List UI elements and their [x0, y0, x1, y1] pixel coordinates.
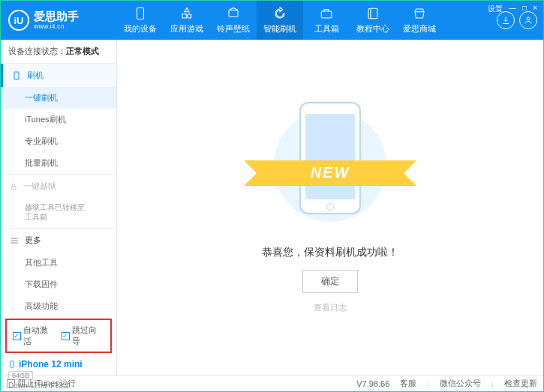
options-checkboxes: ✓ 自动激活 ✓ 跳过向导	[5, 319, 112, 353]
sidebar: 设备连接状态：正常模式 刷机 一键刷机iTunes刷机专业刷机批量刷机 一键越狱…	[1, 40, 117, 375]
sidebar-section-more: 更多 其他工具下载固件高级功能	[1, 229, 116, 317]
sidebar-item-more-0[interactable]: 其他工具	[1, 252, 116, 274]
sidebar-item-flash-2[interactable]: 专业刷机	[1, 130, 116, 152]
logo-icon: iU	[8, 10, 29, 31]
phone-icon	[12, 71, 21, 80]
sidebar-item-more-2[interactable]: 高级功能	[1, 295, 116, 317]
ok-button[interactable]: 确定	[302, 270, 358, 293]
nav-tab-label: 我的设备	[124, 23, 157, 34]
sidebar-head-jailbreak[interactable]: 一键越狱	[1, 175, 116, 198]
nav-tab-2[interactable]: 铃声壁纸	[210, 1, 257, 40]
content-area: 设备连接状态：正常模式 刷机 一键刷机iTunes刷机专业刷机批量刷机 一键越狱…	[1, 40, 543, 375]
book-icon	[366, 7, 380, 20]
device-name[interactable]: iPhone 12 mini	[8, 359, 109, 370]
sidebar-item-flash-1[interactable]: iTunes刷机	[1, 109, 116, 130]
app-name: 爱思助手	[34, 10, 79, 22]
sidebar-section-jailbreak: 一键越狱 越狱工具已转移至 工具箱	[1, 175, 116, 229]
menu-icon	[10, 236, 19, 245]
nav-tab-0[interactable]: 我的设备	[117, 1, 164, 40]
jailbreak-note: 越狱工具已转移至 工具箱	[1, 198, 116, 228]
view-log-link[interactable]: 查看日志	[314, 302, 347, 313]
sidebar-section-flash: 刷机 一键刷机iTunes刷机专业刷机批量刷机	[1, 64, 116, 175]
titlebar: 设置 — □ × iU 爱思助手 www.i4.cn 我的设备应用游戏铃声壁纸智…	[1, 1, 543, 40]
nav-tab-1[interactable]: 应用游戏	[164, 1, 210, 40]
svg-rect-2	[321, 11, 332, 18]
settings-link[interactable]: 设置	[488, 4, 503, 14]
sidebar-head-more-label: 更多	[25, 235, 41, 246]
phone-icon	[134, 7, 147, 20]
window-controls-top: 设置 — □ ×	[488, 4, 537, 14]
block-itunes-label: 阻止iTunes运行	[18, 378, 76, 389]
nav-tab-label: 应用游戏	[170, 23, 203, 34]
nav-tab-label: 爱思商城	[403, 23, 436, 34]
nav-tab-4[interactable]: 工具箱	[303, 1, 350, 40]
svg-rect-1	[229, 10, 238, 16]
wechat-link[interactable]: 微信公众号	[440, 378, 481, 389]
success-illustration: NEW	[266, 102, 394, 229]
checkbox-icon: ✓	[62, 332, 70, 340]
nav-tab-label: 铃声壁纸	[217, 23, 250, 34]
nav-tab-6[interactable]: 爱思商城	[396, 1, 443, 40]
new-badge: NEW	[256, 160, 404, 186]
version-text: V7.98.66	[356, 379, 389, 388]
logo-area[interactable]: iU 爱思助手 www.i4.cn	[1, 10, 117, 31]
svg-rect-5	[14, 72, 19, 79]
nav-tab-5[interactable]: 教程中心	[350, 1, 396, 40]
sidebar-head-flash[interactable]: 刷机	[1, 64, 116, 87]
store-icon	[413, 7, 426, 20]
sidebar-item-more-1[interactable]: 下载固件	[1, 274, 116, 295]
svg-rect-6	[11, 186, 16, 189]
svg-rect-7	[11, 361, 14, 367]
svg-rect-3	[368, 8, 377, 19]
nav-tab-label: 智能刷机	[263, 23, 296, 34]
lock-icon	[10, 183, 17, 190]
nav-tab-3[interactable]: 智能刷机	[257, 1, 303, 40]
apps-icon	[180, 7, 194, 20]
toolbox-icon	[320, 7, 333, 20]
sidebar-head-flash-label: 刷机	[27, 70, 44, 81]
refresh-icon	[273, 7, 287, 20]
nav-tab-label: 教程中心	[356, 23, 389, 34]
phone-icon	[8, 359, 16, 370]
checkbox-icon	[7, 379, 15, 388]
device-name-text: iPhone 12 mini	[19, 359, 83, 370]
auto-activate-checkbox[interactable]: ✓ 自动激活	[13, 325, 56, 347]
check-update-link[interactable]: 检查更新	[504, 378, 537, 389]
nav-tabs: 我的设备应用游戏铃声壁纸智能刷机工具箱教程中心爱思商城	[117, 1, 491, 40]
sidebar-head-jailbreak-label: 一键越狱	[23, 181, 56, 192]
status-value: 正常模式	[66, 46, 99, 55]
main-panel: NEW 恭喜您，保资料刷机成功啦！ 确定 查看日志	[117, 40, 543, 375]
svg-rect-0	[137, 7, 144, 19]
minimize-button[interactable]: —	[509, 4, 516, 14]
connection-status: 设备连接状态：正常模式	[1, 40, 116, 64]
checkbox-icon: ✓	[13, 332, 21, 340]
music-icon	[227, 7, 240, 20]
sidebar-item-flash-0[interactable]: 一键刷机	[1, 87, 116, 109]
block-itunes-checkbox[interactable]: 阻止iTunes运行	[7, 378, 76, 389]
status-label: 设备连接状态：	[8, 46, 66, 55]
service-link[interactable]: 客服	[400, 378, 416, 389]
close-button[interactable]: ×	[533, 4, 537, 14]
sidebar-item-flash-3[interactable]: 批量刷机	[1, 152, 116, 174]
nav-tab-label: 工具箱	[314, 23, 339, 34]
success-message: 恭喜您，保资料刷机成功啦！	[262, 246, 398, 259]
skip-guide-label: 跳过向导	[72, 325, 104, 347]
svg-point-4	[527, 17, 530, 20]
app-url: www.i4.cn	[34, 23, 79, 30]
skip-guide-checkbox[interactable]: ✓ 跳过向导	[62, 325, 104, 347]
maximize-button[interactable]: □	[522, 4, 527, 14]
sidebar-head-more[interactable]: 更多	[1, 229, 116, 252]
auto-activate-label: 自动激活	[23, 325, 56, 347]
